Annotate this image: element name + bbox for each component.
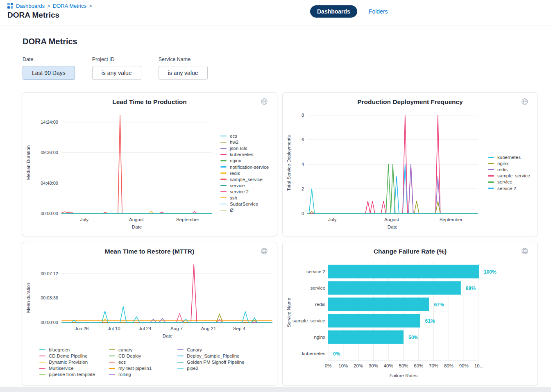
legend-label: SudarService [230,202,258,206]
legend-item[interactable]: bluegreen [39,347,70,353]
legend-item[interactable]: pipe2 [177,365,198,371]
filter-date-value-button[interactable]: Last 90 Days [23,66,75,80]
breadcrumb-dora-metrics[interactable]: DORA Metrics [53,3,86,9]
legend-item[interactable]: service 2 [220,189,249,195]
legend-item[interactable]: nginx [220,158,241,163]
legend-item[interactable]: redis [488,167,508,172]
legend-item[interactable]: CD Demo Pipeline [39,353,88,359]
svg-text:kubernetes: kubernetes [302,351,325,356]
bar-redis[interactable] [328,298,429,311]
legend-item[interactable]: Golden PM Signoff Pipeline [177,359,244,365]
legend-item[interactable]: kubernetes [220,152,253,157]
legend-item[interactable]: service 2 [488,186,516,191]
legend-item[interactable]: pipeline from template [39,372,95,377]
legend-swatch [39,356,45,357]
filter-service-name-value-button[interactable]: is any value [159,66,208,80]
legend-item[interactable]: Multiservice [39,365,74,371]
filter-project-id-value-button[interactable]: is any value [92,66,141,80]
svg-text:09:36:00: 09:36:00 [41,150,58,155]
svg-text:Mean duration: Mean duration [26,283,31,313]
legend-swatch [39,349,45,351]
svg-text:10...: 10... [474,363,483,368]
legend-item[interactable]: my-test-pipelin1 [109,365,152,371]
globe-icon[interactable] [261,247,268,255]
legend-label: kubernetes [497,155,521,160]
globe-icon[interactable] [261,98,268,105]
bar-service[interactable] [328,281,461,295]
svg-text:August: August [384,217,399,222]
filter-date: Date Last 90 Days [23,57,75,80]
legend-swatch [177,356,184,357]
legend-swatch [220,204,227,205]
svg-text:4: 4 [302,162,304,167]
legend-label: canary [118,347,133,352]
svg-text:Date: Date [388,224,397,229]
legend-label: service [497,179,512,184]
legend-label: Deploy_Sample_Pipeline [187,353,240,358]
svg-text:July: July [328,217,337,222]
legend-label: service [230,183,245,188]
legend-item[interactable]: json-k8s [220,145,247,151]
bar-sample_service[interactable] [328,314,420,328]
globe-icon[interactable] [521,247,528,255]
legend-label: hw2 [230,140,238,145]
legend-item[interactable]: service [488,179,512,185]
svg-text:Jul 10: Jul 10 [108,326,120,331]
legend-label: CD Deploy [118,353,141,358]
legend-swatch [220,172,227,174]
legend-swatch [220,136,227,137]
svg-text:61%: 61% [425,318,435,324]
tab-dashboards[interactable]: Dashboards [310,5,357,18]
tab-folders[interactable]: Folders [369,8,388,15]
legend-item[interactable]: service [220,183,245,188]
dashboard-content: DORA Metrics Date Last 90 Days Project I… [0,25,551,387]
bar-service 2[interactable] [328,265,479,279]
globe-icon[interactable] [521,98,528,105]
chart-title: Lead Time to Production [22,98,277,106]
svg-text:Median Duration: Median Duration [26,145,31,180]
page-title: DORA Metrics [23,37,77,46]
legend-swatch [177,362,184,363]
legend-item[interactable]: Dynamic Provision [39,359,88,365]
legend-item[interactable]: sample_service [488,173,530,179]
bar-nginx[interactable] [328,331,404,344]
legend-item[interactable]: ecs [220,133,237,139]
legend-item[interactable]: rolling [109,372,131,377]
legend-item[interactable]: Canary [177,347,202,353]
legend-label: my-test-pipelin1 [118,366,152,371]
legend-item[interactable]: SudarService [220,201,258,207]
legend-item[interactable]: hw2 [220,139,238,145]
legend-item[interactable]: ecs [109,359,126,365]
legend-item[interactable]: CD Deploy [109,353,141,359]
svg-text:nginx: nginx [314,335,326,340]
change-failure-rate-chart: 0%10%20%30%40%50%60%70%80%90%10...100%se… [283,242,538,386]
svg-text:Date: Date [132,224,142,229]
filter-project-id-label: Project ID [92,57,141,62]
legend-label: rolling [118,372,131,377]
svg-text:0: 0 [302,211,304,216]
top-header: Dashboards > DORA Metrics > DORA Metrics… [0,0,551,25]
svg-text:10%: 10% [338,363,348,368]
legend-swatch [220,185,227,186]
legend-item[interactable]: sample_service [220,177,263,182]
svg-text:Failure Rates: Failure Rates [390,373,418,378]
svg-text:Jun 26: Jun 26 [75,326,89,331]
legend-item[interactable]: canary [109,347,133,353]
legend-item[interactable]: notification-service [220,164,269,170]
legend-item[interactable]: redis [220,170,240,176]
legend-item[interactable]: kubernetes [488,154,521,160]
legend-item[interactable]: ssh [220,195,237,201]
legend-item[interactable]: nginx [488,161,509,166]
svg-text:Date: Date [163,333,172,338]
legend-swatch [177,349,184,351]
legend-swatch [220,197,227,199]
legend-item[interactable]: Ø [220,207,234,213]
svg-text:67%: 67% [434,302,444,308]
legend-label: Dynamic Provision [49,360,88,365]
legend-swatch [177,368,184,369]
svg-text:Jul 24: Jul 24 [139,326,152,331]
breadcrumb-dashboards[interactable]: Dashboards [16,3,45,9]
svg-text:6: 6 [302,137,304,142]
legend-item[interactable]: Deploy_Sample_Pipeline [177,353,240,359]
legend-swatch [488,163,494,164]
